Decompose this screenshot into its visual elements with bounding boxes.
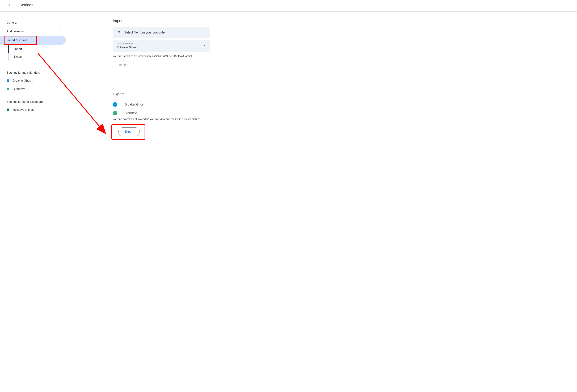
export-helper-text: You can download all calendars you can v… <box>113 117 570 120</box>
sidebar-sub-import[interactable]: Import <box>9 45 66 53</box>
calendar-color-dot <box>113 102 117 107</box>
calendar-label: Dibakar Ghosh <box>13 79 33 82</box>
sidebar-sub-list: Import Export <box>8 45 66 61</box>
dropdown-value: Dibakar Ghosh <box>117 46 138 49</box>
calendar-label: Holidays in India <box>13 108 35 111</box>
export-section-title: Export <box>113 92 570 96</box>
sidebar-item-add-calendar[interactable]: Add calendar <box>7 27 66 36</box>
select-file-label: Select file from your computer <box>124 31 166 34</box>
sidebar-item-label: Add calendar <box>7 30 24 33</box>
calendar-label: Dibakar Ghosh <box>125 103 145 106</box>
sidebar-section-my-calendars: Settings for my calendars <box>7 64 66 76</box>
sidebar-item-general[interactable]: General <box>7 19 66 27</box>
calendar-color-dot <box>7 108 9 111</box>
export-calendar-item: Birthdays <box>113 109 570 117</box>
calendar-color-dot <box>7 79 9 82</box>
sidebar-item-label: Import & export <box>7 38 27 42</box>
sidebar-calendar-item[interactable]: Holidays in India <box>7 106 66 114</box>
header: Settings <box>0 0 577 12</box>
sidebar-section-other-calendars: Settings for other calendars <box>7 93 66 106</box>
annotation-highlight-box-2: Export <box>111 124 145 140</box>
sidebar-item-label: General <box>7 21 17 25</box>
sidebar-calendar-item[interactable]: Dibakar Ghosh <box>7 76 66 85</box>
dropdown-label: Add to calendar <box>117 42 138 45</box>
back-arrow-icon[interactable] <box>8 3 12 7</box>
page-title: Settings <box>19 3 33 7</box>
upload-icon <box>117 30 124 35</box>
import-button[interactable]: Import <box>113 61 134 69</box>
add-to-calendar-dropdown[interactable]: Add to calendar Dibakar Ghosh <box>113 40 210 52</box>
chevron-up-icon <box>59 38 63 42</box>
import-section-title: Import <box>113 19 570 23</box>
sidebar-item-import-export[interactable]: Import & export <box>0 36 66 45</box>
export-button[interactable]: Export <box>118 127 140 136</box>
sidebar: General Add calendar Import & export Imp… <box>0 19 66 140</box>
chevron-down-icon <box>59 29 62 33</box>
calendar-color-dot <box>7 88 9 90</box>
sidebar-sub-export[interactable]: Export <box>9 53 66 61</box>
export-calendar-item: Dibakar Ghosh <box>113 100 570 109</box>
sidebar-calendar-item[interactable]: Birthdays <box>7 85 66 93</box>
main-content: Import Select file from your computer Ad… <box>66 19 577 140</box>
calendar-label: Birthdays <box>125 111 138 115</box>
import-helper-text: You can import event information in iCal… <box>113 54 570 57</box>
calendar-label: Birthdays <box>13 87 25 91</box>
dropdown-caret-icon <box>203 44 206 47</box>
select-file-button[interactable]: Select file from your computer <box>113 27 210 38</box>
calendar-color-dot <box>113 111 117 115</box>
